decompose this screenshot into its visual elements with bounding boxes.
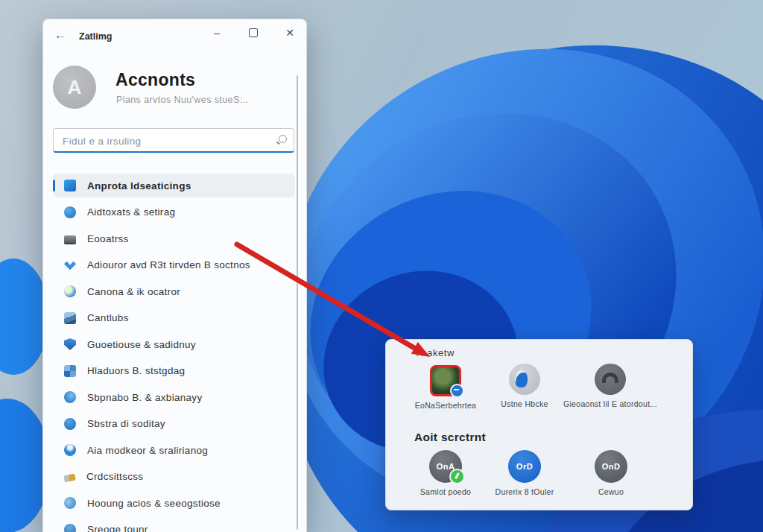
laptop-icon [64,235,76,244]
sidebar-item-label: Guoetiouse & sadidnuy [87,339,196,350]
account-circle-text: OnD [602,462,621,471]
green-check-badge-icon [449,469,465,484]
sidebar-item-update[interactable]: Crdcsittscss [53,465,295,489]
sidebar-item-system[interactable]: Eooatrss [53,227,295,250]
bluetooth-devices-icon [64,206,76,218]
titlebar: ← Zatlimg – ✕ [43,19,306,52]
page-title: Accnonts [115,70,195,90]
storage-icon [64,524,76,532]
magnifier-icon [279,135,287,143]
maximize-button[interactable] [247,27,259,39]
account-avatar: A [53,66,96,109]
update-icon [63,474,76,483]
popup-option-label: Durerix 8 tOuler [496,487,554,496]
user-circle-icon [509,364,540,395]
headset-circle-icon [595,364,626,395]
sidebar-item-label: Hooung acios & seeogstiose [87,498,221,509]
search-box[interactable] [53,128,294,153]
privacy-icon [64,444,76,456]
sidebar-item-storage[interactable]: Sreoge tounr [53,518,295,532]
sidebar-item-label: Anprota ldseaticings [87,180,191,191]
account-circle-text: OrD [516,462,533,471]
sidebar-item-label: Cantlubs [87,312,129,323]
sidebar-item-apps[interactable]: Cantlubs [53,306,295,330]
sidebar-item-security[interactable]: Hooung acios & seeogstiose [53,491,295,515]
popup-option-label: Samlot poedo [420,487,471,496]
account-circle-icon: OrD [508,450,541,483]
sidebar-item-label: Crdcsittscss [86,471,143,482]
network-icon [64,259,76,271]
popup-option-label: EoNaSerbehrtea [415,401,476,410]
account-circle-icon: OnA [429,450,462,483]
time-language-icon [64,365,76,377]
display-icon [64,180,76,191]
sidebar-item-personalization[interactable]: Canona & ik ocatror [53,279,295,303]
sidebar-item-label: Sbpnabo B. & axbianayy [87,392,202,403]
accounts-icon [64,338,76,350]
minimize-button[interactable]: – [211,27,223,39]
sidebar-item-devices[interactable]: Aidtoxats & setirag [53,200,295,224]
close-button[interactable]: ✕ [284,27,296,39]
scrollbar[interactable] [297,75,298,530]
apps-icon [64,312,76,324]
popup-option-label: Cewuo [598,487,624,496]
accessibility-icon [64,418,76,430]
personalization-icon [64,285,76,297]
settings-window: ← Zatlimg – ✕ A Accnonts Pians arvtos Nu… [42,19,307,532]
account-circle-icon: OnD [595,450,627,483]
maximize-icon [249,28,258,37]
sidebar-item-gaming[interactable]: Sbpnabo B. & axbianayy [53,385,295,409]
sidebar-item-home[interactable]: Anprota ldseaticings [53,174,295,197]
sidebar-item-accessibility[interactable]: Sbstra di soditay [53,412,295,436]
search-input[interactable] [61,129,265,153]
popup-section1-title: Ynaketw [414,347,455,358]
add-account-option-3[interactable]: OnD Cewuo [565,450,657,496]
avatar-letter: A [68,76,82,99]
sidebar-item-label: Eooatrss [87,233,129,244]
sidebar-item-privacy[interactable]: Aia modkeor & sralirianog [53,438,295,462]
sidebar-item-label: Aidtoxats & setirag [87,206,175,218]
sidebar-item-label: Hladuors B. ststgdag [87,365,185,376]
popup-option-headset[interactable]: Gieoaonst lil E atordout... [547,364,674,408]
security-icon [64,497,76,509]
back-icon[interactable]: ← [54,29,67,41]
account-options-popup: Ynaketw EoNaSerbehrtea Ustne Hbcke Gieoa… [385,339,693,510]
popup-option-label: Ustne Hbcke [501,399,548,408]
sidebar-item-label: Adiouror avd R3t tirvden B soctnos [87,259,250,270]
popup-section2-title: Aoit scrctrnt [414,431,486,444]
sidebar-item-time-language[interactable]: Hladuors B. ststgdag [53,359,295,383]
selected-accent-bar [53,180,55,191]
page-subtitle: Pians arvtos Nuu'wes stueS:.. [116,95,248,105]
sidebar-nav: Anprota ldseaticings Aidtoxats & setirag… [53,174,295,532]
add-account-option-2[interactable]: OrD Durerix 8 tOuler [478,450,571,496]
photo-tile-icon [430,365,461,396]
sidebar-item-label: Sreoge tounr [87,524,148,532]
popup-option-label: Gieoaonst lil E atordout... [563,399,657,408]
sidebar-item-label: Canona & ik ocatror [87,286,180,297]
blue-badge-icon [450,384,464,398]
sidebar-item-network[interactable]: Adiouror avd R3t tirvden B soctnos [53,253,295,277]
sidebar-item-accounts[interactable]: Guoetiouse & sadidnuy [53,332,295,356]
sidebar-item-label: Aia modkeor & sralirianog [87,445,208,456]
gaming-icon [64,391,76,403]
sidebar-item-label: Sbstra di soditay [87,418,165,429]
window-title: Zatlimg [79,31,112,42]
